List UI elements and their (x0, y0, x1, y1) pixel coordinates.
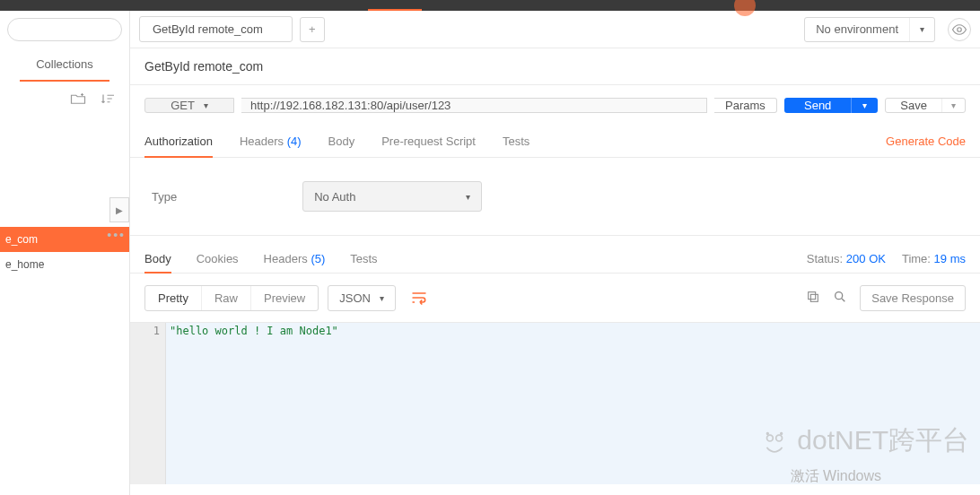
request-name: GetById remote_com (130, 48, 980, 85)
response-body: 1 "hello world ! I am Node1" (130, 322, 980, 484)
tab-label: Headers (240, 135, 284, 148)
svg-rect-1 (811, 294, 818, 301)
request-tab[interactable]: GetById remote_com (139, 16, 293, 42)
view-preview-button[interactable]: Preview (250, 286, 318, 310)
copy-icon[interactable] (806, 290, 820, 307)
generate-code-link[interactable]: Generate Code (886, 126, 966, 157)
method-label: GET (171, 99, 195, 112)
tab-authorization[interactable]: Authorization (144, 126, 213, 157)
send-button[interactable]: Send ▾ (784, 98, 878, 113)
chevron-down-icon: ▾ (380, 293, 384, 303)
watermark: dotNET跨平台 (759, 422, 969, 459)
svg-point-3 (836, 291, 843, 299)
svg-point-6 (767, 432, 769, 434)
status-value: 200 OK (846, 252, 886, 265)
svg-point-7 (781, 432, 783, 434)
svg-point-5 (776, 435, 783, 441)
save-button[interactable]: Save ▾ (885, 98, 966, 113)
response-tab-body[interactable]: Body (144, 245, 171, 273)
chevron-down-icon: ▾ (909, 18, 934, 41)
search-input[interactable] (7, 18, 122, 41)
time-label: Time: (902, 252, 931, 265)
sidebar-more-icon[interactable]: ••• (107, 228, 126, 242)
save-label: Save (886, 99, 941, 112)
svg-rect-2 (809, 291, 816, 299)
tab-label: Headers (264, 252, 308, 265)
http-method-selector[interactable]: GET ▾ (144, 98, 234, 113)
headers-count: (4) (287, 135, 302, 148)
tab-tests[interactable]: Tests (503, 126, 529, 157)
watermark-text: dotNET跨平台 (797, 422, 969, 459)
search-icon[interactable] (833, 290, 847, 307)
sidebar-expand-button[interactable]: ▶ (109, 197, 129, 222)
wrap-lines-icon[interactable] (405, 284, 433, 311)
environment-quicklook-icon[interactable] (948, 18, 971, 41)
collections-tab[interactable]: Collections (20, 52, 109, 82)
auth-type-selector[interactable]: No Auth ▾ (302, 181, 482, 212)
chevron-down-icon: ▾ (204, 100, 208, 110)
line-number-gutter: 1 (130, 323, 166, 484)
save-response-button[interactable]: Save Response (860, 285, 966, 311)
collection-item[interactable]: e_home (0, 252, 129, 277)
chevron-down-icon: ▾ (466, 192, 470, 202)
view-raw-button[interactable]: Raw (201, 286, 250, 310)
sidebar: Collections ▶ ••• e_com e_home (0, 11, 130, 495)
new-tab-button[interactable]: + (300, 17, 325, 42)
response-tab-cookies[interactable]: Cookies (197, 245, 239, 273)
windows-activation-text: 激活 Windows (791, 467, 881, 486)
tab-headers[interactable]: Headers (4) (240, 126, 302, 157)
auth-type-label: Type (152, 190, 177, 204)
app-header (0, 0, 980, 11)
format-label: JSON (339, 291, 371, 305)
svg-point-4 (767, 435, 774, 441)
svg-point-0 (958, 27, 962, 31)
time-value: 19 ms (934, 252, 966, 265)
new-collection-icon[interactable] (70, 92, 86, 108)
send-label: Send (784, 99, 851, 112)
status-label: Status: (807, 252, 843, 265)
headers-count: (5) (311, 252, 325, 265)
tab-body[interactable]: Body (328, 126, 355, 157)
tab-prerequest[interactable]: Pre-request Script (381, 126, 476, 157)
chevron-down-icon[interactable]: ▾ (851, 98, 878, 113)
format-selector[interactable]: JSON ▾ (328, 285, 396, 311)
chevron-down-icon[interactable]: ▾ (941, 99, 965, 112)
response-tab-headers[interactable]: Headers (5) (264, 245, 326, 273)
response-tab-tests[interactable]: Tests (350, 245, 377, 273)
auth-selected: No Auth (314, 190, 355, 204)
environment-label: No environment (805, 22, 909, 36)
url-input[interactable]: http://192.168.182.131:80/api/user/123 (241, 98, 707, 113)
view-pretty-button[interactable]: Pretty (145, 286, 201, 310)
environment-selector[interactable]: No environment ▾ (804, 17, 935, 42)
params-button[interactable]: Params (714, 98, 777, 113)
response-body-text[interactable]: "hello world ! I am Node1" (166, 323, 980, 484)
sort-icon[interactable] (101, 92, 117, 108)
